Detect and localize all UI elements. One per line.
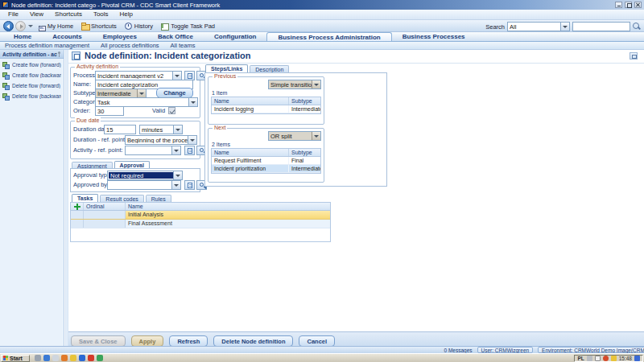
menu-tools[interactable]: Tools [89, 10, 114, 19]
tray-icon[interactable] [587, 356, 592, 361]
duration-ref-point-select[interactable]: Beginning of the process [125, 135, 197, 145]
close-icon[interactable] [634, 2, 642, 8]
approval-type-label: Approval type: [73, 171, 112, 180]
header-divider [68, 63, 644, 64]
maximize-icon[interactable] [625, 2, 632, 8]
shortcuts-button[interactable]: Shortcuts [81, 23, 117, 30]
status-environment[interactable]: Environment: CRMWorld Demo Image(CRMW [538, 347, 644, 353]
tray-icon[interactable] [595, 356, 601, 361]
task-pad-icon [161, 23, 168, 30]
row-handle[interactable] [71, 211, 84, 219]
duration-unit-select[interactable]: minutes [139, 125, 183, 134]
menu-view[interactable]: View [25, 10, 48, 19]
flow-icon [2, 72, 10, 79]
flow-icon [2, 61, 10, 68]
search-input[interactable] [572, 22, 630, 31]
my-home-button[interactable]: My Home [38, 23, 73, 30]
cancel-button[interactable]: Cancel [299, 335, 335, 347]
refresh-button[interactable]: Refresh [169, 335, 208, 347]
flow-icon [2, 82, 10, 89]
tab-employees[interactable]: Employees [93, 32, 147, 41]
page-title: Node definition: Incident categorization [85, 51, 251, 60]
home-icon [38, 23, 45, 30]
tab-rules[interactable]: Rules [146, 195, 171, 202]
duration-ref-point-label: Duration - ref. point: [73, 135, 126, 145]
tab-accounts[interactable]: Accounts [42, 32, 92, 41]
sidebar-item-delete-flow-forward[interactable]: Delete flow (forward) [0, 81, 64, 90]
tab-back-office[interactable]: Back Office [147, 32, 204, 41]
taskbar-app-icon[interactable] [97, 355, 103, 361]
apply-button[interactable]: Apply [131, 335, 164, 347]
taskbar-app-icon[interactable] [43, 355, 50, 361]
quick-launch [35, 355, 103, 361]
taskbar-app-icon[interactable] [35, 355, 41, 361]
status-user[interactable]: User: CRMWizgreen [477, 347, 534, 353]
delete-node-definition-button[interactable]: Delete Node definition [213, 335, 293, 347]
menu-shortcuts[interactable]: Shortcuts [50, 10, 87, 19]
os-taskbar: Start PL 15:48 [0, 353, 644, 362]
order-input[interactable] [95, 106, 124, 116]
menu-help[interactable]: Help [115, 10, 138, 19]
subnav-process-definition-management[interactable]: Process definition management [5, 42, 89, 49]
sidebar-item-delete-flow-backward[interactable]: Delete flow (backward) [0, 92, 64, 101]
row-handle[interactable] [71, 220, 84, 228]
tab-configuration[interactable]: Configuration [204, 32, 266, 41]
tab-business-processes[interactable]: Business Processes [392, 32, 476, 41]
tray-icon[interactable] [611, 356, 617, 361]
column-header-ordinal[interactable]: Ordinal [84, 203, 126, 210]
previous-transition-select[interactable]: Simple transition [268, 80, 321, 89]
menu-file[interactable]: File [3, 10, 23, 19]
start-button[interactable]: Start [1, 355, 30, 362]
header-options-icon[interactable] [630, 52, 638, 60]
taskbar-app-icon[interactable] [70, 355, 76, 361]
taskbar-app-icon[interactable] [79, 355, 85, 361]
search-icon[interactable] [633, 23, 641, 31]
next-transition-select[interactable]: OR split [268, 131, 321, 141]
tray-icon[interactable] [603, 356, 609, 361]
taskbar-app-icon[interactable] [61, 355, 68, 361]
language-indicator[interactable]: PL [577, 356, 584, 361]
activity-ref-point-select[interactable] [125, 146, 181, 155]
taskbar-app-icon[interactable] [52, 355, 59, 361]
menu-bar: File View Shortcuts Tools Help [0, 10, 644, 20]
forward-button[interactable] [15, 21, 26, 31]
tab-steps-links[interactable]: Steps/Links [205, 64, 248, 72]
approved-by-select[interactable] [107, 180, 181, 190]
tasks-table-header: Ordinal Name [71, 203, 330, 211]
column-header-name[interactable]: Name [126, 203, 330, 210]
approved-by-open-record-button[interactable] [184, 180, 195, 190]
minimize-icon[interactable] [615, 2, 622, 8]
sidebar-header: Activity definition - actions [0, 50, 64, 59]
pin-icon[interactable] [57, 51, 61, 57]
taskbar-app-icon[interactable] [88, 355, 94, 361]
clock[interactable]: 15:48 [619, 356, 632, 361]
duration-date-input[interactable] [104, 125, 136, 134]
screen: Node definition: Incident catego - Pivot… [0, 0, 644, 362]
tray-icon[interactable] [634, 356, 640, 361]
tab-home[interactable]: Home [3, 32, 42, 41]
sidebar-item-create-flow-backward[interactable]: Create flow (backward) [0, 71, 64, 80]
app-icon [2, 2, 9, 8]
tab-business-process-administration[interactable]: Business Process Administration [266, 32, 391, 41]
search-scope-select[interactable]: All [507, 22, 570, 31]
back-button[interactable] [3, 21, 14, 31]
table-row-selected[interactable]: Initial Analysis [71, 211, 330, 220]
activity-ref-open-record-button[interactable] [184, 146, 195, 155]
subnav-all-teams[interactable]: All teams [171, 42, 196, 49]
tab-result-codes[interactable]: Result codes [100, 195, 143, 202]
table-row[interactable]: Final Assessment [71, 220, 330, 228]
window-titlebar: Node definition: Incident catego - Pivot… [0, 0, 644, 10]
messages-count[interactable]: 0 Messages [444, 348, 472, 353]
tasks-table: Ordinal Name Initial Analysis Final Asse… [70, 202, 331, 242]
add-task-button[interactable] [71, 203, 84, 210]
tab-description[interactable]: Description [250, 65, 289, 72]
history-button[interactable]: History [125, 23, 153, 30]
tab-tasks[interactable]: Tasks [72, 194, 98, 202]
nav-history-dropdown-icon[interactable] [28, 25, 33, 30]
cell-name: Final Assessment [126, 220, 330, 228]
approval-type-select[interactable]: Not required [107, 171, 183, 180]
sidebar-item-create-flow-forward[interactable]: Create flow (forward) [0, 60, 64, 69]
subnav-all-process-definitions[interactable]: All process definitions [101, 42, 159, 49]
save-and-close-button[interactable]: Save & Close [71, 335, 126, 347]
toggle-task-pad-button[interactable]: Toggle Task Pad [161, 23, 215, 30]
